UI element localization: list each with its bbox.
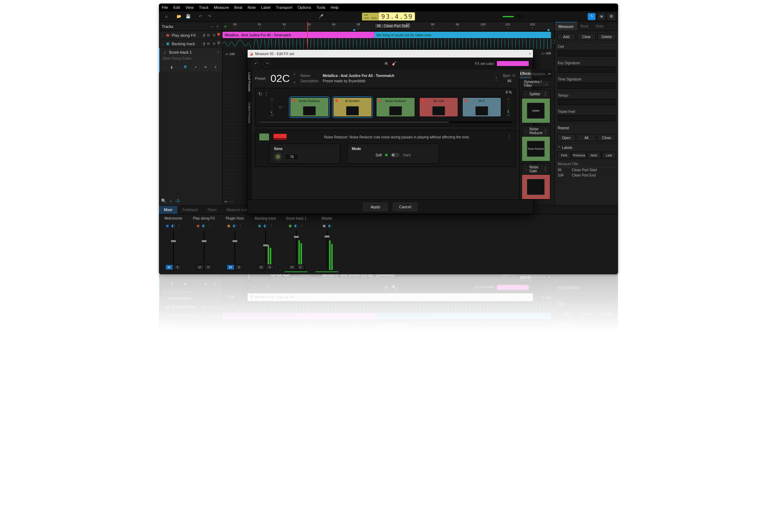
solo-button[interactable]: S — [297, 264, 304, 270]
volume-fader[interactable] — [254, 229, 277, 264]
pedal-menu-icon[interactable]: ⋮ — [507, 134, 512, 140]
fx-menu-icon[interactable]: ⋮ — [543, 128, 548, 134]
mode-hard[interactable]: Hard — [403, 153, 411, 157]
field-time-signature[interactable]: Time Signature — [555, 274, 618, 276]
track-bar-icon[interactable]: ▮ — [203, 33, 205, 38]
fx-category-select[interactable]: Dynamics / Filter⌄ — [522, 80, 550, 87]
tab-local-presets[interactable]: Local Presets — [248, 72, 251, 92]
timeline-ruler[interactable]: ▸ 96 - Clean Part Start 9091929394959798… — [223, 320, 554, 329]
fx-menu-icon[interactable]: ⋮ — [543, 91, 548, 97]
ruler-tick[interactable]: 97 — [406, 320, 410, 329]
ruler-tick[interactable]: 102 — [530, 320, 535, 329]
label-last-button[interactable]: Last — [602, 152, 616, 159]
fx-item[interactable]: ☆Splitter⋮Splitter — [522, 89, 550, 123]
history-fwd-icon[interactable]: ↷ — [263, 283, 271, 291]
ruler-tick[interactable]: 99 — [456, 320, 459, 329]
mute-button[interactable]: M — [202, 281, 209, 287]
mixer-strip[interactable]: Metronome◉◐⋮MS — [162, 216, 185, 272]
add-button[interactable]: Add — [557, 311, 576, 318]
menu-view[interactable]: View — [185, 341, 194, 345]
label-row[interactable]: 104Clean Part End — [558, 173, 615, 178]
tab-effects[interactable]: Effects — [520, 274, 531, 281]
guitar-icon[interactable]: 🎸 — [392, 285, 397, 290]
strip-menu-icon[interactable]: ⋮ — [238, 223, 242, 228]
pedal-noise-reducer[interactable]: Noise Reducer — [376, 97, 415, 117]
pan-knob[interactable]: ◐ — [233, 223, 236, 228]
menu-help[interactable]: Help — [331, 341, 339, 345]
history-back-icon[interactable]: ↶ — [252, 283, 260, 291]
mute-button[interactable]: M — [196, 264, 204, 270]
field-time-signature[interactable]: Time Signature — [555, 75, 618, 91]
menu-icon[interactable]: ≡ — [162, 331, 170, 339]
tab-note[interactable]: Note — [592, 22, 607, 31]
collapse-icon[interactable]: ↔ — [210, 323, 214, 327]
clip-lane-fx[interactable]: Metallica - And Justice For All - Tonema… — [223, 31, 554, 39]
tab-local-presets[interactable]: Local Presets — [248, 274, 251, 279]
strip-menu-icon[interactable]: ⋮ — [300, 223, 304, 228]
apply-button[interactable]: Apply — [363, 203, 388, 211]
automation-button[interactable]: A — [192, 281, 200, 287]
record-arm-icon[interactable] — [217, 41, 220, 44]
mute-button[interactable]: M — [206, 305, 211, 310]
tab-measure[interactable]: Measure — [555, 320, 577, 329]
track-bar-icon[interactable]: ▮ — [203, 313, 205, 318]
save-icon[interactable]: 💾 — [184, 331, 192, 339]
volume-fader[interactable] — [192, 229, 215, 264]
edit-mode-button[interactable]: ✎ — [588, 331, 595, 338]
triplet-icon[interactable]: -3- — [175, 198, 180, 203]
automation-button[interactable]: A — [192, 64, 200, 70]
solo-button[interactable]: S — [204, 264, 212, 270]
menu-options[interactable]: Options — [298, 341, 311, 345]
field-triplet-feel[interactable]: Triplet Feel — [555, 108, 618, 124]
strip-icon[interactable]: ◉ — [196, 223, 200, 228]
pedal-bypass-switch[interactable] — [273, 133, 287, 141]
close-track-icon[interactable]: × — [217, 297, 219, 301]
fx-item[interactable]: ☆Noise Reducer⋮Noise Reducer — [522, 125, 550, 161]
note-icon[interactable]: ♫ — [169, 198, 172, 203]
menu-beat[interactable]: Beat — [234, 341, 242, 345]
strip-menu-icon[interactable]: ⋮ — [269, 223, 273, 228]
menu-transport[interactable]: Transport — [276, 341, 292, 345]
track-row[interactable]: ⌄▣Play along FX▮MS — [159, 31, 222, 40]
menu-help[interactable]: Help — [331, 5, 339, 10]
mute-button[interactable]: M — [227, 264, 235, 270]
menu-beat[interactable]: Beat — [234, 5, 242, 10]
fx-color-swatch[interactable] — [497, 61, 529, 66]
expand-browser-icon[interactable]: ⇥ — [545, 274, 552, 281]
track-row[interactable]: ⌄▣Backing track▮MS — [159, 303, 222, 311]
mute-button[interactable]: M — [202, 64, 209, 70]
redo-icon[interactable]: ↷ — [206, 13, 213, 20]
favorite-icon[interactable]: ☆ — [524, 92, 527, 96]
mixer-tab-mixer[interactable]: Mixer — [159, 206, 177, 214]
mic-icon[interactable]: 🎤 — [317, 331, 325, 339]
preset-down-icon[interactable]: ⌄ — [293, 79, 296, 84]
ruler-tick[interactable]: 92 — [283, 320, 286, 329]
field-clef[interactable]: Clef — [555, 292, 618, 308]
ruler-tick[interactable]: 90 — [233, 320, 237, 329]
solo-button[interactable]: S — [266, 264, 274, 270]
pan-knob[interactable]: ◐ — [263, 223, 267, 228]
clear-button[interactable]: Clear — [577, 311, 596, 318]
track-bar-icon[interactable]: ▮ — [203, 41, 205, 46]
ruler-tick[interactable]: 92 — [283, 22, 286, 31]
selected-track[interactable]: ♪ Score track 1 × Steel-String Guitar ◐ … — [159, 48, 222, 72]
history-fwd-icon[interactable]: ↷ — [263, 60, 271, 67]
record-arm-icon[interactable] — [217, 316, 220, 318]
clip-lane-fx[interactable]: Metallica - And Justice For All - Tonema… — [223, 312, 554, 320]
fx-color-swatch[interactable] — [497, 285, 529, 290]
history-back-icon[interactable]: ↶ — [252, 60, 260, 67]
record-arm-icon[interactable] — [217, 33, 220, 36]
ruler-tick[interactable]: 99 — [456, 22, 459, 31]
label-row[interactable]: 96Clean Part Start — [558, 167, 615, 173]
view-button[interactable]: 👁 — [598, 331, 605, 338]
ruler-tick[interactable]: 102 — [530, 22, 535, 31]
mute-button[interactable]: M — [206, 41, 211, 46]
chevron-down-icon[interactable]: ⌄ — [161, 42, 164, 46]
strip-icon[interactable]: ◉ — [322, 223, 326, 228]
undo-icon[interactable]: ↶ — [196, 13, 204, 20]
redo-icon[interactable]: ↷ — [206, 331, 213, 339]
ruler-tick[interactable]: 94 — [332, 22, 336, 31]
solo-button[interactable]: S — [212, 33, 217, 38]
volume-fader[interactable] — [223, 229, 246, 264]
preset-up-icon[interactable]: ⌃ — [293, 73, 296, 78]
